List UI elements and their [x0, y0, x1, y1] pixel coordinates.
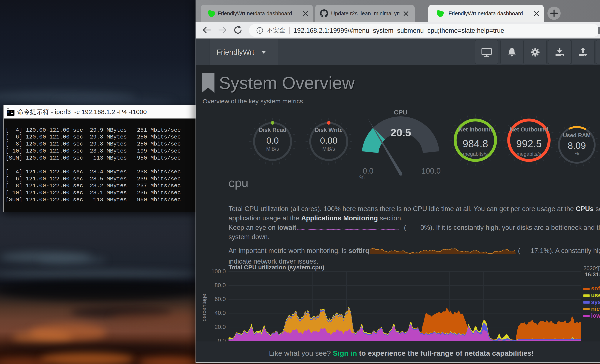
- svg-text:C:\: C:\: [8, 111, 13, 114]
